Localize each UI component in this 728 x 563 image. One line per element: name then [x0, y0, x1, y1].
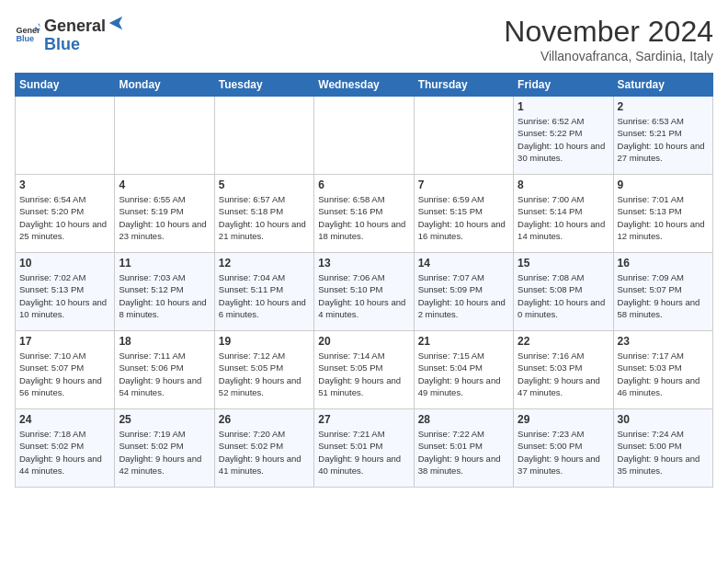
day-number: 17: [19, 335, 110, 348]
day-info: Sunrise: 7:24 AMSunset: 5:00 PMDaylight:…: [618, 428, 709, 477]
day-number: 22: [518, 335, 609, 348]
header-day: Friday: [514, 74, 613, 97]
calendar-day-cell: 20Sunrise: 7:14 AMSunset: 5:05 PMDayligh…: [314, 331, 414, 409]
logo-general-text: General: [44, 17, 106, 36]
day-info: Sunrise: 7:20 AMSunset: 5:02 PMDaylight:…: [219, 428, 310, 477]
day-number: 6: [318, 178, 409, 191]
logo-blue-text: Blue: [44, 35, 80, 53]
day-info: Sunrise: 7:23 AMSunset: 5:00 PMDaylight:…: [518, 428, 609, 477]
day-number: 23: [618, 335, 709, 348]
page-header: General Blue General Blue November 2024 …: [15, 15, 713, 63]
day-info: Sunrise: 7:09 AMSunset: 5:07 PMDaylight:…: [618, 271, 709, 320]
calendar-day-cell: 11Sunrise: 7:03 AMSunset: 5:12 PMDayligh…: [115, 253, 214, 331]
calendar-week-row: 17Sunrise: 7:10 AMSunset: 5:07 PMDayligh…: [16, 331, 713, 409]
calendar-day-cell: 18Sunrise: 7:11 AMSunset: 5:06 PMDayligh…: [115, 331, 214, 409]
day-info: Sunrise: 7:08 AMSunset: 5:08 PMDaylight:…: [518, 271, 609, 320]
calendar-day-cell: 14Sunrise: 7:07 AMSunset: 5:09 PMDayligh…: [414, 253, 513, 331]
day-number: 14: [418, 257, 509, 270]
svg-text:Blue: Blue: [16, 35, 34, 44]
calendar-day-cell: 10Sunrise: 7:02 AMSunset: 5:13 PMDayligh…: [16, 253, 115, 331]
day-number: 26: [219, 413, 310, 426]
calendar-day-cell: 24Sunrise: 7:18 AMSunset: 5:02 PMDayligh…: [16, 409, 115, 488]
logo-icon: General Blue: [15, 21, 40, 47]
day-info: Sunrise: 6:53 AMSunset: 5:21 PMDaylight:…: [618, 115, 709, 164]
calendar-day-cell: 27Sunrise: 7:21 AMSunset: 5:01 PMDayligh…: [314, 409, 414, 488]
calendar-body: 1Sunrise: 6:52 AMSunset: 5:22 PMDaylight…: [16, 97, 713, 488]
day-number: 7: [418, 178, 509, 191]
day-info: Sunrise: 7:12 AMSunset: 5:05 PMDaylight:…: [219, 350, 310, 398]
day-number: 13: [318, 257, 409, 270]
calendar-day-cell: 25Sunrise: 7:19 AMSunset: 5:02 PMDayligh…: [115, 409, 214, 488]
calendar-day-cell: 7Sunrise: 6:59 AMSunset: 5:15 PMDaylight…: [414, 175, 513, 253]
header-day: Monday: [115, 74, 214, 97]
day-number: 19: [219, 335, 310, 348]
calendar-day-cell: [16, 97, 115, 175]
day-number: 27: [318, 413, 409, 426]
day-number: 10: [19, 257, 110, 270]
calendar-day-cell: 8Sunrise: 7:00 AMSunset: 5:14 PMDaylight…: [514, 175, 613, 253]
calendar-day-cell: 19Sunrise: 7:12 AMSunset: 5:05 PMDayligh…: [214, 331, 313, 409]
day-info: Sunrise: 6:58 AMSunset: 5:16 PMDaylight:…: [318, 193, 409, 242]
header-day: Tuesday: [214, 74, 313, 97]
day-info: Sunrise: 7:11 AMSunset: 5:06 PMDaylight:…: [119, 350, 210, 398]
day-number: 2: [618, 100, 709, 113]
day-info: Sunrise: 7:03 AMSunset: 5:12 PMDaylight:…: [119, 271, 210, 320]
calendar-day-cell: 16Sunrise: 7:09 AMSunset: 5:07 PMDayligh…: [613, 253, 712, 331]
calendar-day-cell: 13Sunrise: 7:06 AMSunset: 5:10 PMDayligh…: [314, 253, 414, 331]
day-info: Sunrise: 7:19 AMSunset: 5:02 PMDaylight:…: [119, 428, 210, 477]
day-number: 16: [618, 257, 709, 270]
calendar-day-cell: 21Sunrise: 7:15 AMSunset: 5:04 PMDayligh…: [414, 331, 513, 409]
day-info: Sunrise: 6:55 AMSunset: 5:19 PMDaylight:…: [119, 193, 210, 242]
day-info: Sunrise: 7:02 AMSunset: 5:13 PMDaylight:…: [19, 271, 110, 320]
month-title: November 2024: [504, 15, 713, 49]
day-info: Sunrise: 7:15 AMSunset: 5:04 PMDaylight:…: [418, 350, 509, 398]
day-info: Sunrise: 7:01 AMSunset: 5:13 PMDaylight:…: [618, 193, 709, 242]
title-section: November 2024 Villanovafranca, Sardinia,…: [504, 15, 713, 63]
header-row: SundayMondayTuesdayWednesdayThursdayFrid…: [16, 74, 713, 97]
location-title: Villanovafranca, Sardinia, Italy: [504, 49, 713, 63]
svg-text:General: General: [16, 26, 40, 35]
day-info: Sunrise: 7:06 AMSunset: 5:10 PMDaylight:…: [318, 271, 409, 320]
day-number: 12: [219, 257, 310, 270]
day-info: Sunrise: 7:16 AMSunset: 5:03 PMDaylight:…: [518, 350, 609, 398]
day-number: 29: [518, 413, 609, 426]
calendar-table: SundayMondayTuesdayWednesdayThursdayFrid…: [15, 73, 713, 488]
day-info: Sunrise: 7:04 AMSunset: 5:11 PMDaylight:…: [219, 271, 310, 320]
day-info: Sunrise: 7:10 AMSunset: 5:07 PMDaylight:…: [19, 350, 110, 398]
calendar-week-row: 24Sunrise: 7:18 AMSunset: 5:02 PMDayligh…: [16, 409, 713, 488]
calendar-week-row: 10Sunrise: 7:02 AMSunset: 5:13 PMDayligh…: [16, 253, 713, 331]
logo-arrow-icon: [108, 15, 124, 31]
day-info: Sunrise: 7:00 AMSunset: 5:14 PMDaylight:…: [518, 193, 609, 242]
day-info: Sunrise: 6:59 AMSunset: 5:15 PMDaylight:…: [418, 193, 509, 242]
day-info: Sunrise: 6:52 AMSunset: 5:22 PMDaylight:…: [518, 115, 609, 164]
calendar-week-row: 1Sunrise: 6:52 AMSunset: 5:22 PMDaylight…: [16, 97, 713, 175]
calendar-day-cell: 30Sunrise: 7:24 AMSunset: 5:00 PMDayligh…: [613, 409, 712, 488]
day-info: Sunrise: 7:14 AMSunset: 5:05 PMDaylight:…: [318, 350, 409, 398]
day-number: 11: [119, 257, 210, 270]
header-day: Wednesday: [314, 74, 414, 97]
calendar-day-cell: [214, 97, 313, 175]
day-number: 1: [518, 100, 609, 113]
calendar-day-cell: 9Sunrise: 7:01 AMSunset: 5:13 PMDaylight…: [613, 175, 712, 253]
calendar-day-cell: [314, 97, 414, 175]
day-info: Sunrise: 6:54 AMSunset: 5:20 PMDaylight:…: [19, 193, 110, 242]
calendar-day-cell: 23Sunrise: 7:17 AMSunset: 5:03 PMDayligh…: [613, 331, 712, 409]
day-number: 15: [518, 257, 609, 270]
day-number: 9: [618, 178, 709, 191]
calendar-day-cell: 3Sunrise: 6:54 AMSunset: 5:20 PMDaylight…: [16, 175, 115, 253]
calendar-day-cell: 12Sunrise: 7:04 AMSunset: 5:11 PMDayligh…: [214, 253, 313, 331]
calendar-day-cell: 1Sunrise: 6:52 AMSunset: 5:22 PMDaylight…: [514, 97, 613, 175]
svg-marker-4: [109, 17, 122, 29]
day-info: Sunrise: 7:18 AMSunset: 5:02 PMDaylight:…: [19, 428, 110, 477]
header-day: Thursday: [414, 74, 513, 97]
calendar-day-cell: 28Sunrise: 7:22 AMSunset: 5:01 PMDayligh…: [414, 409, 513, 488]
header-day: Saturday: [613, 74, 712, 97]
header-day: Sunday: [16, 74, 115, 97]
calendar-day-cell: 22Sunrise: 7:16 AMSunset: 5:03 PMDayligh…: [514, 331, 613, 409]
calendar-day-cell: 5Sunrise: 6:57 AMSunset: 5:18 PMDaylight…: [214, 175, 313, 253]
calendar-day-cell: [115, 97, 214, 175]
logo: General Blue General Blue: [15, 15, 124, 54]
day-number: 3: [19, 178, 110, 191]
day-info: Sunrise: 7:07 AMSunset: 5:09 PMDaylight:…: [418, 271, 509, 320]
day-number: 4: [119, 178, 210, 191]
